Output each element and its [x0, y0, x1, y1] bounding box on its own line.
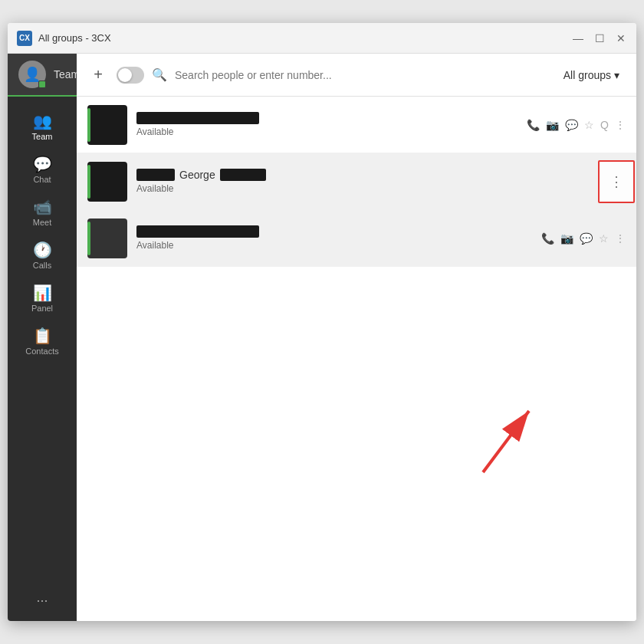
close-button[interactable]: ✕ — [615, 32, 627, 44]
sidebar-header: 👤 Team 📞 ▦ 📖 3CX — [8, 54, 77, 97]
sidebar-item-team[interactable]: 👥 Team — [8, 104, 77, 147]
name-block-2 — [220, 169, 266, 181]
arrow-annotation — [468, 396, 544, 483]
groups-label: All groups — [564, 69, 611, 81]
meet-label: Meet — [33, 218, 51, 227]
call-icon[interactable]: 📞 — [527, 119, 540, 131]
contact-name-row: George — [136, 169, 626, 181]
window-title: All groups - 3CX — [38, 32, 572, 44]
contact-info: Available — [136, 225, 541, 251]
contacts-label: Contacts — [25, 347, 58, 356]
team-icon: 👥 — [33, 113, 52, 129]
sidebar: 👤 Team 📞 ▦ 📖 3CX 👥 Team 💬 — [8, 54, 77, 621]
meet-icon: 📹 — [33, 199, 52, 215]
contact-name-row — [136, 112, 527, 124]
sidebar-item-chat[interactable]: 💬 Chat — [8, 147, 77, 190]
contact-item-george[interactable]: George Available ⋮ — [77, 153, 636, 210]
search-input[interactable] — [175, 69, 550, 81]
chat-action-icon[interactable]: 💬 — [565, 119, 578, 131]
star-icon[interactable]: ☆ — [599, 232, 609, 245]
contact-actions: 📞 📷 💬 ☆ Q ⋮ — [527, 119, 626, 131]
search-icon[interactable]: 🔍 — [152, 67, 167, 82]
contact-status: Available — [136, 183, 626, 194]
contact-actions: 📞 📷 💬 ☆ ⋮ — [541, 232, 626, 245]
contact-avatar — [87, 162, 127, 202]
contact-item[interactable]: Available 📞 📷 💬 ☆ ⋮ — [77, 210, 636, 267]
contact-name: George — [179, 169, 215, 181]
sidebar-item-panel[interactable]: 📊 Panel — [8, 276, 77, 319]
contact-info: Available — [136, 112, 527, 137]
status-bar — [87, 108, 90, 142]
minimize-button[interactable]: — — [572, 32, 584, 44]
groups-dropdown[interactable]: All groups ▾ — [557, 66, 626, 84]
highlight-box: ⋮ — [598, 160, 635, 203]
app-window: CX All groups - 3CX — ☐ ✕ 👤 Team 📞 ▦ 📖 — [8, 23, 636, 621]
sidebar-item-meet[interactable]: 📹 Meet — [8, 190, 77, 233]
status-bar — [87, 165, 90, 199]
video-icon[interactable]: 📷 — [546, 119, 559, 131]
contact-list: Available 📞 📷 💬 ☆ Q ⋮ — [77, 97, 636, 267]
call-icon[interactable]: 📞 — [541, 232, 554, 245]
more-button[interactable]: ... — [36, 590, 48, 606]
more-actions-icon[interactable]: ⋮ — [615, 119, 626, 131]
content-area: + 🔍 All groups ▾ — [77, 54, 636, 621]
contacts-book-icon: 📋 — [33, 328, 52, 343]
toggle-button[interactable] — [117, 67, 144, 84]
avatar: 👤 — [18, 61, 46, 88]
toolbar: + 🔍 All groups ▾ — [77, 54, 636, 97]
calls-label: Calls — [33, 261, 51, 270]
more-options-icon[interactable]: ⋮ — [610, 173, 623, 190]
name-block — [136, 225, 259, 238]
sidebar-item-calls[interactable]: 🕐 Calls — [8, 233, 77, 276]
team-label: Team — [32, 132, 53, 141]
contact-avatar — [87, 105, 127, 145]
name-block — [136, 112, 259, 124]
contact-name-row — [136, 225, 541, 238]
contact-status: Available — [136, 127, 527, 137]
star-icon[interactable]: ☆ — [584, 119, 594, 131]
panel-label: Panel — [31, 304, 53, 313]
groups-arrow-icon: ▾ — [614, 69, 619, 81]
add-button[interactable]: + — [87, 64, 109, 86]
status-bar — [87, 222, 90, 255]
chat-icon: 💬 — [33, 156, 52, 172]
calls-icon: 🕐 — [33, 242, 52, 258]
chat-action-icon[interactable]: 💬 — [580, 232, 593, 245]
sidebar-nav: 👥 Team 💬 Chat 📹 Meet 🕐 Calls 📊 Pa — [8, 97, 77, 362]
name-block-1 — [136, 169, 175, 181]
contact-info: George Available — [136, 169, 626, 194]
svg-line-1 — [483, 411, 529, 472]
search-contact-icon[interactable]: Q — [600, 119, 609, 131]
chat-label: Chat — [33, 175, 51, 184]
window-controls: — ☐ ✕ — [572, 32, 627, 44]
status-dot — [38, 80, 46, 88]
video-icon[interactable]: 📷 — [560, 232, 573, 245]
contact-avatar — [87, 219, 127, 258]
sidebar-item-contacts[interactable]: 📋 Contacts — [8, 319, 77, 362]
contact-item[interactable]: Available 📞 📷 💬 ☆ Q ⋮ — [77, 97, 636, 153]
contact-status: Available — [136, 240, 541, 251]
title-bar: CX All groups - 3CX — ☐ ✕ — [8, 23, 636, 54]
more-actions-icon[interactable]: ⋮ — [615, 232, 626, 245]
app-icon: CX — [17, 31, 32, 46]
main-layout: 👤 Team 📞 ▦ 📖 3CX 👥 Team 💬 — [8, 54, 636, 621]
maximize-button[interactable]: ☐ — [593, 32, 606, 44]
toggle-knob — [118, 68, 132, 82]
panel-icon: 📊 — [33, 285, 52, 301]
